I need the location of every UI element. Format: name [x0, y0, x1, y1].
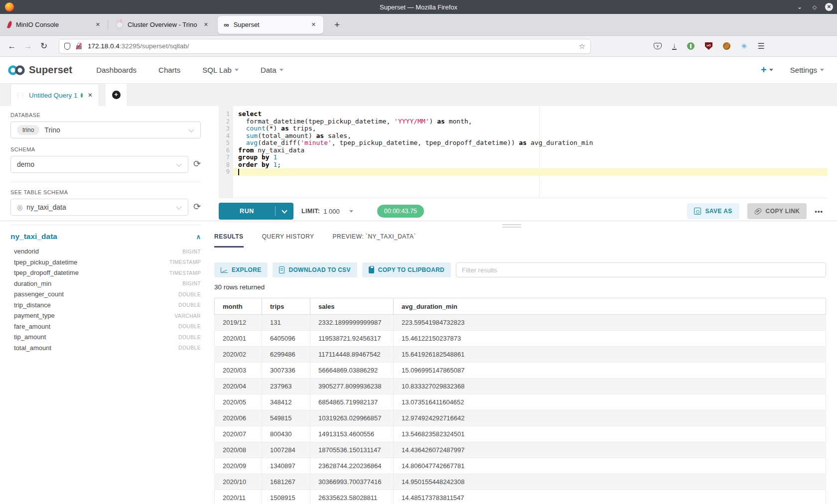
- table-cell: 14.950155448242308: [394, 474, 826, 490]
- table-cell: 13.546823582324501: [394, 426, 826, 442]
- refresh-table-icon[interactable]: ⟳: [193, 202, 201, 211]
- schema-column-row[interactable]: passenger_countDOUBLE: [10, 289, 201, 300]
- tab-close-icon[interactable]: ✕: [93, 20, 103, 29]
- copy-clipboard-button[interactable]: COPY TO CLIPBOARD: [362, 262, 451, 277]
- table-schema-title[interactable]: ny_taxi_data: [10, 232, 196, 241]
- nav-item-data[interactable]: Data: [261, 66, 283, 74]
- extension-green-icon[interactable]: [687, 42, 695, 50]
- schema-column-row[interactable]: trip_distanceDOUBLE: [10, 300, 201, 311]
- plus-circle-icon: +: [112, 91, 121, 99]
- table-cell: 3007336: [262, 363, 310, 378]
- browser-tab-minio[interactable]: MinIO Console ✕: [2, 16, 108, 34]
- table-cell: 10319263.029966857: [310, 410, 394, 426]
- table-value: ny_taxi_data: [26, 203, 66, 211]
- table-cell: 14.485173783811547: [394, 490, 826, 504]
- schema-column-row[interactable]: tip_amountDOUBLE: [10, 332, 201, 343]
- copy-link-button[interactable]: COPY LINK: [747, 203, 807, 219]
- schema-column-row[interactable]: total_amountDOUBLE: [10, 343, 201, 354]
- query-tab-close-icon[interactable]: ✕: [88, 92, 93, 99]
- url-host: 172.18.0.4: [88, 42, 120, 50]
- url-path: :32295/superset/sqllab/: [120, 42, 189, 50]
- url-text[interactable]: 172.18.0.4:32295/superset/sqllab/: [88, 42, 579, 50]
- table-cell: 1681267: [262, 474, 310, 490]
- schema-column-row[interactable]: duration_minBIGINT: [10, 278, 201, 289]
- table-cell: 117114448.89467542: [310, 347, 394, 363]
- column-header-avg-duration[interactable]: avg_duration_min: [394, 298, 826, 315]
- resize-handle[interactable]: [502, 224, 521, 229]
- back-button[interactable]: ←: [4, 41, 20, 51]
- superset-logo[interactable]: Superset: [7, 64, 72, 76]
- schema-select[interactable]: demo: [10, 156, 188, 173]
- tab-close-icon[interactable]: ✕: [309, 20, 318, 29]
- new-query-tab-button[interactable]: +: [106, 84, 127, 106]
- table-select[interactable]: ◎ ny_taxi_data: [10, 199, 188, 216]
- ublock-icon[interactable]: uO: [705, 42, 712, 50]
- table-row: 2020/016405096119538721.9245631715.46122…: [215, 331, 826, 347]
- extension-burst-icon[interactable]: ✳: [741, 42, 747, 50]
- run-button[interactable]: RUN: [219, 203, 293, 220]
- new-tab-button[interactable]: +: [330, 19, 344, 30]
- column-type: BIGINT: [182, 249, 201, 254]
- schema-column-row[interactable]: tpep_dropoff_datetimeTIMESTAMP: [10, 267, 201, 278]
- table-cell: 23628744.220236864: [310, 458, 394, 474]
- column-header-sales[interactable]: sales: [310, 298, 394, 315]
- insecure-lock-icon[interactable]: [76, 45, 82, 49]
- chevron-down-icon: [176, 204, 181, 209]
- browser-tab-trino[interactable]: Cluster Overview - Trino ✕: [110, 16, 216, 34]
- table-header-row: month trips sales avg_duration_min: [215, 298, 826, 315]
- refresh-schema-icon[interactable]: ⟳: [193, 159, 201, 168]
- url-bar[interactable]: 172.18.0.4:32295/superset/sqllab/ ☆: [59, 39, 591, 54]
- downloads-icon[interactable]: ↓: [672, 42, 677, 50]
- forward-button[interactable]: →: [20, 41, 36, 51]
- database-select[interactable]: trino Trino: [10, 122, 201, 138]
- column-header-month[interactable]: month: [215, 298, 262, 315]
- editor-code-area[interactable]: select format_datetime(tpep_pickup_datet…: [233, 106, 828, 198]
- run-dropdown-button[interactable]: [276, 210, 293, 213]
- pocket-icon[interactable]: ∨: [654, 43, 662, 49]
- table-cell: 119538721.92456317: [310, 331, 394, 347]
- tab-query-history[interactable]: QUERY HISTORY: [262, 233, 314, 248]
- bookmark-star-icon[interactable]: ☆: [579, 42, 585, 51]
- schema-column-row[interactable]: fare_amountDOUBLE: [10, 321, 201, 332]
- window-close-icon[interactable]: ✕: [825, 3, 833, 11]
- save-as-button[interactable]: SAVE AS: [687, 203, 739, 219]
- tab-results[interactable]: RESULTS: [214, 233, 244, 248]
- tracking-shield-icon[interactable]: [64, 43, 70, 50]
- code-line: format_datetime(tpep_pickup_datetime, 'Y…: [233, 118, 828, 126]
- schema-column-row[interactable]: tpep_pickup_datetimeTIMESTAMP: [10, 257, 201, 268]
- tab-preview-table[interactable]: PREVIEW: `NY_TAXI_DATA`: [333, 233, 416, 248]
- nav-item-charts[interactable]: Charts: [158, 66, 180, 74]
- table-cell: 6854865.719982137: [310, 394, 394, 410]
- column-header-trips[interactable]: trips: [262, 298, 310, 315]
- hamburger-menu-icon[interactable]: ☰: [758, 41, 765, 51]
- line-number: 7: [219, 154, 233, 161]
- tab-close-icon[interactable]: ✕: [201, 20, 211, 29]
- limit-dropdown[interactable]: LIMIT: 1 000: [301, 208, 353, 215]
- drag-handle-icon[interactable]: ⋮⋮: [15, 92, 25, 99]
- column-name: vendorid: [14, 248, 182, 255]
- explore-button[interactable]: EXPLORE: [214, 262, 268, 277]
- more-options-button[interactable]: •••: [815, 208, 823, 215]
- sql-editor[interactable]: 123456789 select format_datetime(tpep_pi…: [219, 106, 828, 198]
- download-csv-button[interactable]: DOWNLOAD TO CSV: [273, 262, 357, 277]
- minimize-icon[interactable]: ⌄: [795, 2, 804, 11]
- table-cell: 1508915: [262, 490, 310, 504]
- browser-tab-superset[interactable]: ∞ Superset ✕: [218, 16, 323, 34]
- add-new-button[interactable]: +: [761, 64, 773, 76]
- tab-title: Cluster Overview - Trino: [128, 21, 201, 28]
- nav-item-sql-lab[interactable]: SQL Lab: [202, 66, 239, 74]
- schema-column-row[interactable]: payment_typeVARCHAR: [10, 310, 201, 321]
- maximize-icon[interactable]: ◇: [810, 2, 819, 11]
- table-cell: 2332.1899999999987: [310, 315, 394, 331]
- query-tab-active[interactable]: ⋮⋮ Untitled Query 1 ✕: [10, 84, 99, 106]
- nav-item-dashboards[interactable]: Dashboards: [96, 66, 137, 74]
- cookie-extension-icon[interactable]: [723, 42, 730, 50]
- column-type: DOUBLE: [178, 345, 201, 351]
- chevron-down-icon: [279, 69, 283, 71]
- reload-button[interactable]: ↻: [36, 41, 52, 51]
- filter-results-input[interactable]: [456, 262, 826, 277]
- settings-menu[interactable]: Settings: [790, 66, 824, 74]
- schema-column-row[interactable]: vendoridBIGINT: [10, 246, 201, 257]
- collapse-icon[interactable]: ∧: [196, 233, 201, 241]
- table-row: 2020/10168126730366993.70037741614.95015…: [215, 474, 826, 490]
